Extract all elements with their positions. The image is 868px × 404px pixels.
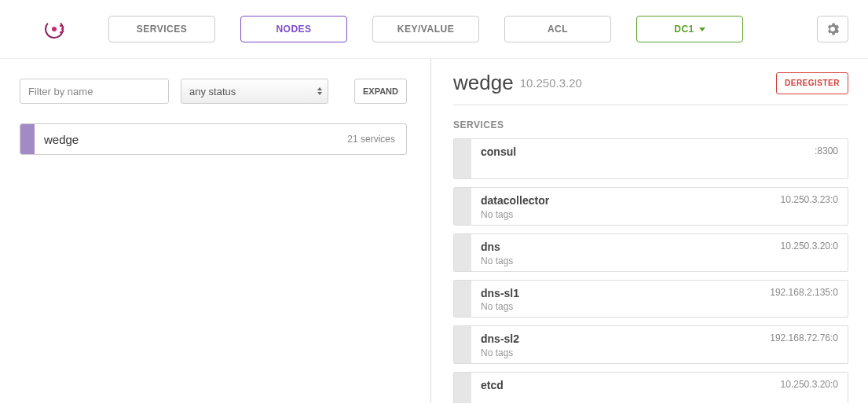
service-tags: No tags [481,347,519,358]
service-address: 192.168.72.76:0 [770,332,838,343]
svg-point-4 [60,31,61,33]
status-select[interactable]: any status [181,79,328,104]
chevron-down-icon [699,28,705,31]
svg-point-6 [63,31,64,32]
service-body: datacollectorNo tags10.250.3.23:0 [471,188,848,225]
service-info: datacollectorNo tags [481,194,549,220]
service-address: 10.250.3.20:0 [781,241,838,252]
service-body: consul:8300 [471,139,848,178]
detail-node-ip: 10.250.3.20 [520,76,582,90]
nav-keyvalue[interactable]: KEY/VALUE [372,16,479,42]
services-section-label: SERVICES [453,119,848,130]
node-name: wedge [35,133,88,146]
expand-button[interactable]: EXPAND [354,79,407,104]
service-body: dns-sl2No tags192.168.72.76:0 [471,326,848,363]
nav-nodes[interactable]: NODES [240,16,347,42]
services-list: consul:8300datacollectorNo tags10.250.3.… [453,138,848,403]
service-info: dns-sl1No tags [481,287,519,313]
service-name: dns-sl2 [481,332,519,346]
service-info: dnsNo tags [481,241,513,266]
node-service-count: 21 services [336,134,406,145]
service-status-stripe [454,139,471,178]
service-status-stripe [454,326,471,363]
service-row[interactable]: datacollectorNo tags10.250.3.23:0 [453,187,848,226]
datacenter-dropdown[interactable]: DC1 [636,16,743,42]
service-info: dns-sl2No tags [481,332,519,358]
detail-header: wedge 10.250.3.20 DEREGISTER [453,71,848,105]
service-body: etcd10.250.3.20:0 [471,373,848,403]
datacenter-label: DC1 [674,24,694,35]
nodes-panel: any status EXPAND wedge 21 services [0,59,430,403]
svg-point-1 [52,27,57,31]
service-name: datacollector [481,194,549,208]
nav-acl[interactable]: ACL [504,16,611,42]
service-name: dns [481,241,513,254]
service-row[interactable]: consul:8300 [453,138,848,179]
nav-group: SERVICES NODES KEY/VALUE ACL DC1 [108,16,743,42]
service-row[interactable]: dns-sl1No tags192.168.2.135:0 [453,280,848,318]
service-address: 192.168.2.135:0 [770,287,838,298]
service-status-stripe [454,234,471,271]
service-status-stripe [454,373,471,403]
service-status-stripe [454,188,471,225]
service-body: dnsNo tags10.250.3.20:0 [471,234,848,271]
nav-services[interactable]: SERVICES [108,16,215,42]
service-address: 10.250.3.20:0 [781,379,838,390]
consul-logo [43,18,65,40]
service-row[interactable]: dnsNo tags10.250.3.20:0 [453,233,848,272]
main-content: any status EXPAND wedge 21 services wedg… [0,59,868,403]
service-tags: No tags [481,301,519,312]
filter-name-input[interactable] [20,79,169,104]
node-detail-panel: wedge 10.250.3.20 DEREGISTER SERVICES co… [430,59,868,403]
service-info: etcd [481,379,504,392]
settings-button[interactable] [817,16,848,42]
service-tags: No tags [481,209,549,220]
status-filter[interactable]: any status [181,79,328,104]
service-body: dns-sl1No tags192.168.2.135:0 [471,281,848,318]
service-info: consul [481,145,516,159]
node-status-stripe [20,124,35,154]
service-status-stripe [454,281,471,318]
service-row[interactable]: dns-sl2No tags192.168.72.76:0 [453,325,848,364]
service-tags: No tags [481,255,513,266]
service-address: :8300 [815,145,838,156]
node-row-wedge[interactable]: wedge 21 services [20,123,407,155]
detail-node-name: wedge [453,71,514,95]
filters-row: any status EXPAND [20,79,407,104]
svg-point-5 [63,26,64,28]
svg-point-3 [61,28,63,30]
service-name: consul [481,145,516,159]
header-bar: SERVICES NODES KEY/VALUE ACL DC1 [0,0,868,59]
service-name: etcd [481,379,504,392]
deregister-button[interactable]: DEREGISTER [776,72,848,94]
service-name: dns-sl1 [481,287,519,300]
service-address: 10.250.3.23:0 [781,194,838,205]
gear-icon [826,23,839,35]
svg-point-2 [60,25,61,27]
service-row[interactable]: etcd10.250.3.20:0 [453,372,848,403]
